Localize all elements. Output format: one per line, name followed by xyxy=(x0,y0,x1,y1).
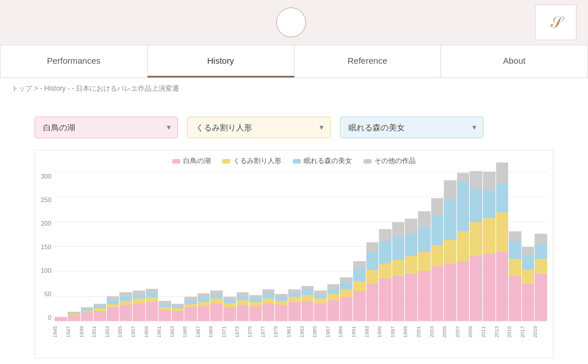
bar-segment xyxy=(457,261,470,321)
main-content: 白鳥の湖 ▼ くるみ割り人形 ▼ 眠れる森の美女 ▼ 白鳥の湖 くるみ割 xyxy=(0,99,588,364)
bar-segment xyxy=(353,261,366,269)
legend-swan-lake: 白鳥の湖 xyxy=(172,156,211,166)
bar-segment xyxy=(392,276,405,321)
bar-segment xyxy=(237,292,249,296)
nav-performances[interactable]: Performances xyxy=(0,45,148,78)
bar-segment xyxy=(288,297,301,302)
bar-segment xyxy=(249,302,262,306)
dropdown-sleeping-beauty: 眠れる森の美女 ▼ xyxy=(340,117,483,138)
bar-segment xyxy=(223,303,236,307)
bar-segment xyxy=(288,289,301,293)
logo-circle xyxy=(276,7,306,37)
legend-dot-swan xyxy=(172,159,180,164)
select-sleeping-beauty[interactable]: 眠れる森の美女 xyxy=(340,117,483,138)
bar-group xyxy=(457,173,470,321)
bar-segment xyxy=(366,242,379,252)
bar-group xyxy=(353,261,366,321)
bar-segment xyxy=(405,274,417,321)
bar-segment xyxy=(107,300,119,304)
bar-segment xyxy=(522,284,535,321)
bar-segment xyxy=(262,293,275,299)
bar-segment xyxy=(210,299,223,304)
bar-segment xyxy=(314,304,327,321)
nav-reference[interactable]: Reference xyxy=(295,45,442,78)
legend-dot-sleeping xyxy=(293,159,301,164)
bar-segment xyxy=(340,277,353,282)
bar-segment xyxy=(509,231,521,241)
x-labels: 1945194719491951195319551957195919611963… xyxy=(55,323,547,340)
bar-group xyxy=(262,289,275,321)
legend-dot-nutcracker xyxy=(222,159,230,164)
bar-segment xyxy=(522,255,535,269)
bar-segment xyxy=(353,281,366,291)
bar-segment xyxy=(172,311,184,321)
bar-segment xyxy=(133,304,145,321)
bar-segment xyxy=(392,260,405,276)
bars-area xyxy=(55,172,547,321)
legend-nutcracker: くるみ割り人形 xyxy=(222,156,281,166)
bar-segment xyxy=(327,284,340,289)
chart-body: 1945194719491951195319551957195919611963… xyxy=(55,172,547,340)
x-label: 2019 xyxy=(532,326,550,338)
bar-segment xyxy=(418,271,431,321)
bar-segment xyxy=(418,227,431,252)
bar-segment xyxy=(457,173,470,182)
bar-segment xyxy=(275,305,288,321)
bar-segment xyxy=(301,290,314,295)
breadcrumb-sep1: > xyxy=(34,84,40,92)
select-nutcracker[interactable]: くるみ割り人形 xyxy=(187,117,331,138)
bar-segment xyxy=(223,307,236,321)
bar-segment xyxy=(184,300,197,304)
bar-segment xyxy=(483,218,496,254)
grid-line xyxy=(55,321,547,322)
bar-group xyxy=(470,171,482,321)
y-axis: 300250200150100500 xyxy=(41,172,55,321)
bar-segment xyxy=(535,259,547,274)
bar-segment xyxy=(68,315,80,321)
bar-segment xyxy=(262,289,275,293)
nav-about[interactable]: About xyxy=(441,45,588,78)
bar-segment xyxy=(210,304,223,321)
bar-group xyxy=(483,172,496,321)
bar-segment xyxy=(314,295,327,299)
y-label: 50 xyxy=(44,291,51,297)
bar-group xyxy=(522,247,535,321)
bar-group xyxy=(314,291,327,321)
bar-group xyxy=(172,304,184,321)
bar-segment xyxy=(496,212,509,251)
bar-segment xyxy=(379,264,392,278)
bar-segment xyxy=(405,234,417,256)
bar-segment xyxy=(522,247,535,256)
y-label: 300 xyxy=(41,173,51,180)
bar-group xyxy=(158,301,171,321)
legend-label-other: その他の作品 xyxy=(374,156,416,166)
bar-segment xyxy=(392,222,405,236)
bar-segment xyxy=(340,289,353,297)
bar-segment xyxy=(119,301,132,305)
bar-segment xyxy=(327,294,340,300)
bar-segment xyxy=(379,241,392,264)
bar-segment xyxy=(405,256,417,273)
breadcrumb-top[interactable]: トップ xyxy=(11,84,32,92)
bar-segment xyxy=(457,181,470,231)
bar-segment xyxy=(198,293,210,297)
nav-history[interactable]: History xyxy=(148,45,295,78)
bar-group xyxy=(198,293,210,322)
select-swan-lake[interactable]: 白鳥の湖 xyxy=(34,117,178,138)
legend-sleeping-beauty: 眠れる森の美女 xyxy=(293,156,352,166)
bar-group xyxy=(535,234,547,321)
bar-group xyxy=(184,297,197,321)
bar-segment xyxy=(249,306,262,321)
bar-group xyxy=(68,312,80,321)
dropdown-swan-lake: 白鳥の湖 ▼ xyxy=(34,117,178,138)
bar-segment xyxy=(146,297,158,302)
bar-segment xyxy=(119,305,132,321)
showa-logo: 𝒮 xyxy=(535,5,577,40)
legend-label-sleeping: 眠れる森の美女 xyxy=(304,156,352,166)
bar-group xyxy=(327,284,340,321)
bar-segment xyxy=(327,300,340,321)
bar-group xyxy=(509,231,521,321)
bar-segment xyxy=(314,291,327,295)
bar-segment xyxy=(146,302,158,321)
bar-group xyxy=(119,292,132,321)
